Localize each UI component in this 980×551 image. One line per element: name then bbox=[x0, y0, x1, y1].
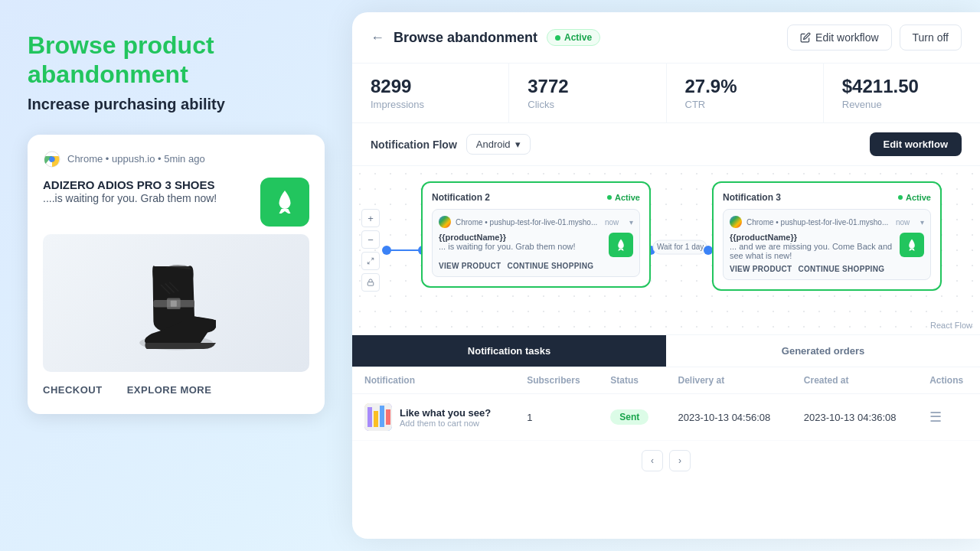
push-subtitle: ....is waiting for you. Grab them now! bbox=[43, 192, 217, 204]
next-page-button[interactable]: › bbox=[669, 450, 691, 471]
react-flow-label: React Flow bbox=[930, 321, 972, 330]
flow-notif-3-header: Notification 3 Active bbox=[723, 192, 931, 203]
push-actions: CHECKOUT EXPLORE MORE bbox=[43, 384, 309, 396]
flow-notif-2-inner-header: Chrome • pushup-test-for-live-01.mysho..… bbox=[439, 216, 633, 228]
back-arrow[interactable]: ← bbox=[371, 30, 384, 46]
chrome-circle-2 bbox=[439, 216, 451, 228]
flow-controls: + − bbox=[361, 209, 380, 292]
stat-ctr: 27.9% CTR bbox=[667, 64, 824, 122]
flow-notif-2-body: {{productName}} ... is waiting for you. … bbox=[439, 233, 633, 257]
active-label: Active bbox=[564, 32, 592, 43]
flow-notif-2-btns: VIEW PRODUCT CONTINUE SHOPPING bbox=[439, 262, 633, 270]
flow-notif-2-status: Active bbox=[607, 193, 640, 202]
stat-value-ctr: 27.9% bbox=[685, 76, 805, 97]
table-header: Notification Subscribers Status Delivery… bbox=[352, 367, 980, 394]
zoom-in-button[interactable]: + bbox=[361, 209, 380, 227]
flow-notif-3-inner: Chrome • pushup-test-for-live-01.mysho..… bbox=[723, 209, 931, 280]
flow-notif-2-time: now bbox=[605, 218, 619, 227]
active-badge: Active bbox=[547, 29, 600, 46]
cell-delivery: 2023-10-13 04:56:08 bbox=[666, 394, 792, 441]
rocket-svg bbox=[271, 188, 299, 216]
stat-label-ctr: CTR bbox=[685, 99, 805, 110]
top-bar-right: Edit workflow Turn off bbox=[787, 24, 962, 51]
push-notification-card: Chrome • uppush.io • 5min ago ADIZERO AD… bbox=[28, 135, 325, 414]
stat-label-impressions: Impressions bbox=[371, 99, 490, 110]
top-bar-left: ← Browse abandonment Active bbox=[371, 29, 600, 46]
lock-icon bbox=[367, 279, 374, 286]
col-status: Status bbox=[598, 367, 665, 394]
edit-workflow-flow-button[interactable]: Edit workflow bbox=[870, 132, 962, 156]
col-actions: Actions bbox=[917, 367, 980, 394]
flow-notif-2-domain: Chrome • pushup-test-for-live-01.mysho..… bbox=[456, 218, 597, 227]
flow-notif-3-body: {{productName}} ... and we are missing y… bbox=[730, 233, 924, 260]
flow-notif-3-time: now bbox=[896, 218, 910, 227]
flow-notif-2-title: Notification 2 bbox=[432, 192, 490, 203]
flow-header-left: Notification Flow Android ▾ bbox=[371, 134, 531, 155]
stat-label-revenue: Revenue bbox=[842, 99, 962, 110]
page-heading: Browse product abandonment bbox=[28, 31, 325, 90]
stat-label-clicks: Clicks bbox=[528, 99, 647, 110]
shoe-image bbox=[43, 234, 309, 372]
svg-rect-13 bbox=[368, 282, 374, 286]
flow-notif-3-title: Notification 3 bbox=[723, 192, 781, 203]
edit-workflow-top-button[interactable]: Edit workflow bbox=[787, 24, 891, 51]
left-panel: Browse product abandonment Increase purc… bbox=[0, 0, 352, 551]
stat-value-clicks: 3772 bbox=[528, 76, 647, 97]
cell-status: Sent bbox=[598, 394, 665, 441]
flow-canvas: + − bbox=[352, 166, 980, 334]
prev-page-button[interactable]: ‹ bbox=[642, 450, 663, 471]
checkout-button[interactable]: CHECKOUT bbox=[43, 384, 103, 396]
notif2-active-label: Active bbox=[615, 193, 640, 202]
stat-clicks: 3772 Clicks bbox=[509, 64, 666, 122]
cell-created: 2023-10-13 04:36:08 bbox=[792, 394, 917, 441]
fullscreen-button[interactable] bbox=[361, 252, 380, 270]
chrome-circle-3 bbox=[730, 216, 742, 228]
cell-subscribers: 1 bbox=[514, 394, 598, 441]
stats-row: 8299 Impressions 3772 Clicks 27.9% CTR $… bbox=[352, 64, 980, 123]
zoom-out-button[interactable]: − bbox=[361, 230, 380, 249]
continue-shopping-3: CONTINUE SHOPPING bbox=[798, 265, 884, 273]
notif-thumbnail bbox=[364, 403, 392, 431]
platform-select[interactable]: Android ▾ bbox=[466, 134, 531, 155]
active-dot bbox=[555, 35, 560, 41]
actions-menu-icon[interactable]: ☰ bbox=[929, 409, 942, 425]
svg-rect-26 bbox=[386, 409, 390, 425]
right-panel: ← Browse abandonment Active Edit workflo… bbox=[352, 12, 980, 539]
push-title: ADIZERO ADIOS PRO 3 SHOES bbox=[43, 178, 217, 193]
flow-notification-2[interactable]: Notification 2 Active Chrome • pushup-te… bbox=[421, 181, 651, 288]
push-header: Chrome • uppush.io • 5min ago bbox=[43, 150, 309, 168]
view-product-3: VIEW PRODUCT bbox=[730, 265, 792, 273]
rocket-icon-2 bbox=[614, 238, 628, 252]
flow-notif-3-rocket bbox=[900, 233, 924, 257]
table-body: Like what you see? Add them to cart now … bbox=[352, 394, 980, 441]
push-title-row: ADIZERO ADIOS PRO 3 SHOES ....is waiting… bbox=[43, 178, 309, 227]
stat-value-impressions: 8299 bbox=[371, 76, 490, 97]
explore-more-button[interactable]: EXPLORE MORE bbox=[127, 384, 212, 396]
notif-text: Like what you see? Add them to cart now bbox=[400, 407, 491, 428]
notifications-table: Notification Subscribers Status Delivery… bbox=[352, 367, 980, 441]
edit-workflow-top-label: Edit workflow bbox=[815, 31, 878, 44]
stat-revenue: $4211.50 Revenue bbox=[824, 64, 980, 122]
svg-line-11 bbox=[371, 258, 374, 260]
flow-label: Notification Flow bbox=[371, 139, 457, 151]
table-row: Like what you see? Add them to cart now … bbox=[352, 394, 980, 441]
dropdown-icon-3: ▾ bbox=[920, 218, 924, 227]
table-section: Notification tasks Generated orders Noti… bbox=[352, 335, 980, 539]
svg-point-3 bbox=[283, 200, 287, 204]
cell-notification: Like what you see? Add them to cart now bbox=[352, 394, 514, 441]
pagination: ‹ › bbox=[352, 441, 980, 481]
flow-section: Notification Flow Android ▾ Edit workflo… bbox=[352, 123, 980, 335]
flow-notif-3-text: {{productName}} ... and we are missing y… bbox=[730, 233, 893, 260]
platform-label: Android bbox=[476, 139, 511, 150]
flow-notification-3[interactable]: Notification 3 Active Chrome • pushup-te… bbox=[712, 181, 942, 291]
svg-rect-23 bbox=[368, 407, 372, 427]
boot-svg bbox=[115, 242, 237, 364]
turn-off-button[interactable]: Turn off bbox=[900, 24, 962, 51]
lock-button[interactable] bbox=[361, 273, 380, 292]
flow-notif-3-status: Active bbox=[898, 193, 931, 202]
tab-notification-tasks[interactable]: Notification tasks bbox=[352, 335, 666, 367]
flow-notif-2-header: Notification 2 Active bbox=[432, 192, 640, 203]
svg-line-12 bbox=[368, 262, 370, 264]
wait-label: Wait for 1 day bbox=[657, 243, 704, 251]
tab-generated-orders[interactable]: Generated orders bbox=[666, 335, 980, 367]
